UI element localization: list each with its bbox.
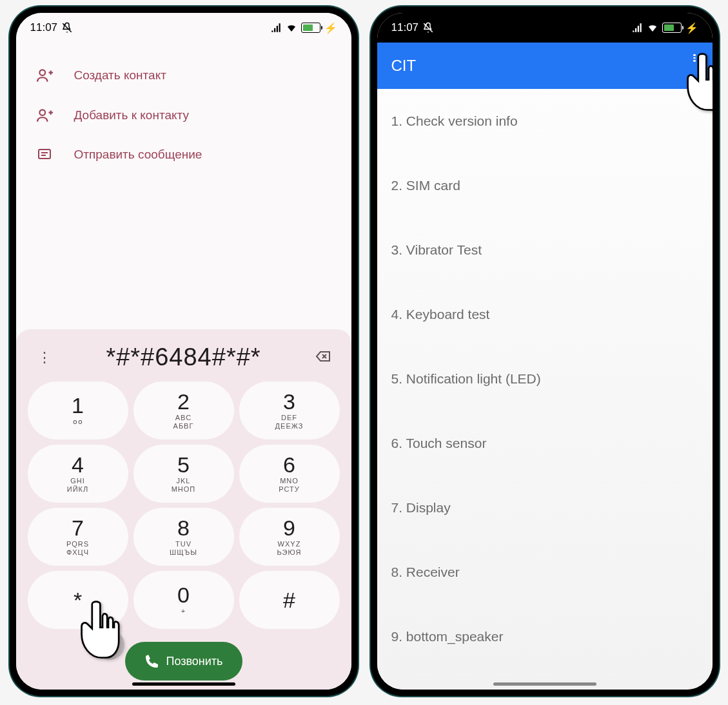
- key-letters: ABCАБВГ: [173, 414, 194, 430]
- person-add-icon: [35, 67, 54, 84]
- cit-list: 1. Check version info2. SIM card3. Vibra…: [377, 89, 713, 690]
- more-icon[interactable]: ⋮: [32, 349, 57, 366]
- key-letters: +: [181, 607, 186, 615]
- cit-item[interactable]: 4. Keyboard test: [377, 282, 713, 347]
- keypad: 1ᴏᴏ2ABCАБВГ3DEFДЕЕЖЗ4GHIИЙКЛ5JKLМНОП6MNO…: [23, 381, 345, 629]
- bell-off-icon: [61, 22, 73, 34]
- key-digit: *: [74, 589, 82, 611]
- key-digit: #: [283, 589, 295, 611]
- add-to-contact-row[interactable]: Добавить к контакту: [16, 95, 351, 135]
- status-time: 11:07: [391, 21, 419, 34]
- battery-icon: [301, 23, 320, 33]
- key-letters: MNOРСТУ: [279, 477, 300, 494]
- key-letters: GHIИЙКЛ: [67, 477, 88, 494]
- status-bar: 11:07 ⚡: [377, 13, 713, 43]
- cit-item[interactable]: 3. Vibrator Test: [377, 218, 713, 282]
- message-icon: [35, 147, 54, 162]
- cit-item[interactable]: 8. Receiver: [377, 540, 713, 604]
- keypad-key-2[interactable]: 2ABCАБВГ: [133, 381, 234, 439]
- svg-point-1: [39, 70, 45, 75]
- key-digit: 1: [72, 394, 84, 416]
- key-digit: 9: [283, 517, 295, 539]
- phone-dialer: 11:07 ⚡ Создать контакт Добав: [10, 6, 358, 696]
- home-indicator[interactable]: [493, 682, 596, 686]
- svg-rect-7: [39, 150, 50, 159]
- keypad-key-4[interactable]: 4GHIИЙКЛ: [28, 445, 128, 503]
- cit-item[interactable]: 7. Display: [377, 476, 713, 540]
- cit-header: CIT: [377, 43, 713, 89]
- keypad-key-7[interactable]: 7PQRSФХЦЧ: [28, 508, 128, 566]
- wifi-icon: [647, 22, 658, 34]
- key-letters: JKLМНОП: [172, 477, 196, 494]
- keypad-key-0[interactable]: 0+: [133, 571, 234, 629]
- screen-cit: 11:07 ⚡ CIT 1. Check version info2. SIM …: [377, 13, 713, 690]
- wifi-icon: [286, 22, 297, 34]
- phone-cit: 11:07 ⚡ CIT 1. Check version info2. SIM …: [371, 6, 719, 696]
- home-indicator[interactable]: [132, 682, 235, 686]
- dial-display: ⋮ *#*#6484#*#*: [23, 343, 345, 381]
- key-digit: 8: [177, 517, 190, 539]
- key-digit: 6: [283, 454, 295, 476]
- key-letters: TUVШЩЪЫ: [170, 540, 197, 557]
- send-message-label: Отправить сообщение: [74, 148, 202, 162]
- keypad-key-3[interactable]: 3DEFДЕЕЖЗ: [239, 381, 340, 439]
- signal-icon: [270, 22, 282, 34]
- create-contact-label: Создать контакт: [74, 68, 166, 82]
- send-message-row[interactable]: Отправить сообщение: [16, 135, 351, 174]
- svg-point-4: [39, 110, 45, 115]
- keypad-key-8[interactable]: 8TUVШЩЪЫ: [133, 508, 234, 566]
- key-digit: 3: [283, 391, 295, 412]
- keypad-key-star[interactable]: *: [28, 571, 128, 629]
- person-add-icon: [35, 107, 54, 124]
- keypad-key-1[interactable]: 1ᴏᴏ: [28, 381, 128, 439]
- cit-item[interactable]: 9. bottom_speaker: [377, 604, 713, 669]
- key-digit: 0: [177, 584, 190, 606]
- call-button[interactable]: Позвонить: [125, 642, 242, 681]
- bell-off-icon: [422, 22, 434, 34]
- key-digit: 4: [72, 454, 84, 476]
- contact-actions: Создать контакт Добавить к контакту Отпр…: [16, 43, 351, 187]
- call-label: Позвонить: [166, 655, 223, 668]
- create-contact-row[interactable]: Создать контакт: [16, 55, 351, 95]
- dial-area: ⋮ *#*#6484#*#* 1ᴏᴏ2ABCАБВГ3DEFДЕЕЖЗ4GHIИ…: [16, 329, 351, 690]
- key-letters: DEFДЕЕЖЗ: [275, 414, 304, 430]
- key-digit: 5: [177, 454, 190, 476]
- key-letters: PQRSФХЦЧ: [66, 540, 89, 557]
- dialed-number: *#*#6484#*#*: [57, 343, 310, 371]
- cit-title: CIT: [391, 57, 417, 75]
- keypad-key-hash[interactable]: #: [239, 571, 340, 629]
- keypad-key-5[interactable]: 5JKLМНОП: [133, 445, 234, 503]
- signal-icon: [631, 22, 643, 34]
- charging-icon: ⚡: [324, 22, 337, 34]
- key-letters: ᴏᴏ: [73, 418, 83, 426]
- key-digit: 2: [177, 391, 190, 412]
- add-to-contact-label: Добавить к контакту: [74, 108, 189, 122]
- phone-icon: [144, 653, 160, 669]
- charging-icon: ⚡: [685, 22, 698, 34]
- backspace-icon[interactable]: [310, 349, 336, 367]
- cit-item[interactable]: 1. Check version info: [377, 89, 713, 153]
- key-letters: WXYZЬЭЮЯ: [277, 540, 301, 557]
- keypad-key-6[interactable]: 6MNOРСТУ: [239, 445, 340, 503]
- status-time: 11:07: [30, 21, 58, 34]
- cit-item[interactable]: 5. Notification light (LED): [377, 347, 713, 411]
- keypad-key-9[interactable]: 9WXYZЬЭЮЯ: [239, 508, 340, 566]
- battery-icon: [662, 23, 682, 33]
- cit-item[interactable]: 6. Touch sensor: [377, 411, 713, 476]
- menu-icon[interactable]: [691, 54, 698, 62]
- status-bar: 11:07 ⚡: [16, 13, 351, 43]
- cit-item[interactable]: 2. SIM card: [377, 153, 713, 218]
- screen-dialer: 11:07 ⚡ Создать контакт Добав: [16, 13, 351, 690]
- key-digit: 7: [72, 517, 84, 539]
